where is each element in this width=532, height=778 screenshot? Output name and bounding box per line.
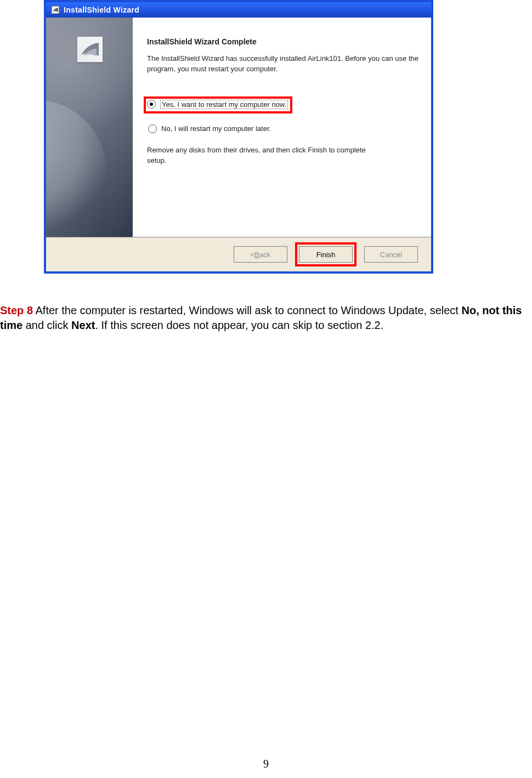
svg-rect-1 xyxy=(80,39,100,59)
radio-restart-now[interactable] xyxy=(147,100,156,109)
wizard-sidebar xyxy=(46,18,133,237)
instr-t2: and click xyxy=(22,319,71,331)
radio-restart-now-label[interactable]: Yes, I want to restart my computer now. xyxy=(160,100,288,109)
titlebar: InstallShield Wizard xyxy=(46,2,431,18)
window-body: InstallShield Wizard Complete The Instal… xyxy=(46,18,431,237)
app-icon xyxy=(50,5,60,14)
page-number: 9 xyxy=(0,758,532,770)
dialog-description: The InstallShield Wizard has successfull… xyxy=(147,54,419,75)
radio-restart-later-label[interactable]: No, I will restart my computer later. xyxy=(161,124,271,133)
installshield-window: InstallShield Wizard InstallShield Wizar… xyxy=(44,0,433,274)
instr-t1: After the computer is restarted, Windows… xyxy=(33,304,461,316)
installshield-logo-icon xyxy=(77,36,103,63)
dialog-note: Remove any disks from their drives, and … xyxy=(147,145,377,166)
window-title: InstallShield Wizard xyxy=(64,5,139,14)
instr-t3: . If this screen does not appear, you ca… xyxy=(95,319,383,331)
back-prefix: < xyxy=(251,251,255,259)
wizard-content: InstallShield Wizard Complete The Instal… xyxy=(133,18,431,237)
highlight-finish: Finish xyxy=(295,242,356,266)
dialog-heading: InstallShield Wizard Complete xyxy=(147,37,419,46)
back-underline: B xyxy=(254,251,259,259)
radio-restart-later[interactable] xyxy=(148,124,157,133)
cancel-button: Cancel xyxy=(364,246,418,263)
finish-button[interactable]: Finish xyxy=(299,246,353,263)
instr-b2: Next xyxy=(71,319,95,331)
step-label: Step 8 xyxy=(0,304,33,316)
back-button: < Back xyxy=(234,246,287,263)
highlight-restart-now: Yes, I want to restart my computer now. xyxy=(144,96,292,113)
back-rest: ack xyxy=(259,251,270,259)
wizard-footer: < Back Finish Cancel xyxy=(46,237,431,271)
step-instruction: Step 8 After the computer is restarted, … xyxy=(0,303,532,333)
